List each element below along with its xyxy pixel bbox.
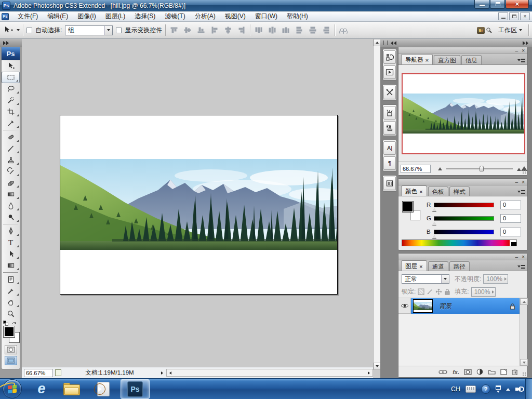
foreground-color-swatch[interactable] <box>4 326 15 337</box>
distribute-hcenter-button[interactable] <box>308 25 318 35</box>
tool-presets-panel-button[interactable] <box>383 86 396 99</box>
distribute-right-button[interactable] <box>321 25 331 35</box>
panel-menu-icon[interactable] <box>517 189 526 195</box>
menu-filter[interactable]: 滤镜(T) <box>160 11 190 22</box>
layer-thumbnail[interactable] <box>413 299 433 313</box>
panel-close-icon[interactable]: × <box>522 180 525 184</box>
actions-panel-button[interactable] <box>383 65 396 79</box>
panel-resize-grip[interactable] <box>522 170 526 174</box>
crop-tool[interactable] <box>2 106 20 117</box>
tab-layers[interactable]: 图层× <box>401 260 427 271</box>
menu-help[interactable]: 帮助(H) <box>282 11 313 22</box>
align-right-button[interactable] <box>236 25 247 35</box>
history-brush-tool[interactable] <box>2 166 20 177</box>
pen-tool[interactable] <box>2 225 20 237</box>
layer-name[interactable]: 背景 <box>439 302 451 311</box>
default-colors-icon[interactable] <box>3 321 8 326</box>
layer-list-scrollbar[interactable] <box>520 298 527 366</box>
rectangular-marquee-tool[interactable] <box>2 72 20 83</box>
lock-transparency-icon[interactable] <box>418 288 424 295</box>
doc-minimize-button[interactable] <box>498 12 508 20</box>
blur-tool[interactable] <box>2 200 20 211</box>
move-tool[interactable] <box>2 60 20 72</box>
opacity-field[interactable]: 100% <box>483 274 508 284</box>
doc-restore-button[interactable] <box>509 12 519 20</box>
align-left-button[interactable] <box>209 25 220 35</box>
blend-mode-dropdown[interactable]: 正常 <box>402 274 449 284</box>
navigator-zoom-field[interactable]: 66.67% <box>401 165 431 173</box>
panel-menu-icon[interactable] <box>517 57 526 63</box>
menu-edit[interactable]: 编辑(E) <box>43 11 73 22</box>
dock-collapse-left-icon[interactable] <box>390 41 396 45</box>
tab-styles[interactable]: 样式 <box>449 187 470 196</box>
panel-minimize-icon[interactable]: – <box>515 255 518 259</box>
layer-comps-panel-button[interactable] <box>383 177 396 190</box>
menu-window[interactable]: 窗口(W) <box>250 11 282 22</box>
distribute-left-button[interactable] <box>294 25 304 35</box>
help-icon[interactable]: ? <box>481 384 490 394</box>
menu-analysis[interactable]: 分析(A) <box>190 11 220 22</box>
tab-navigator[interactable]: 导航器× <box>401 54 433 64</box>
align-hcenter-button[interactable] <box>223 25 233 35</box>
auto-align-button[interactable] <box>338 25 349 35</box>
lock-pixels-icon[interactable] <box>427 288 433 295</box>
screen-mode-button[interactable] <box>5 356 17 365</box>
navigator-proxy-view[interactable] <box>402 73 525 154</box>
fill-field[interactable]: 100% <box>471 287 496 297</box>
type-tool[interactable]: T <box>2 237 20 248</box>
document-canvas[interactable] <box>60 115 338 295</box>
red-value-field[interactable]: 0 <box>500 201 521 209</box>
panel-close-icon[interactable]: × <box>522 48 525 53</box>
menu-view[interactable]: 视图(V) <box>220 11 250 22</box>
eyedropper-tool[interactable] <box>2 285 20 297</box>
taskbar-ie[interactable]: e <box>31 380 52 398</box>
restore-button[interactable] <box>490 0 505 9</box>
scroll-down-arrow[interactable] <box>374 363 381 370</box>
status-menu-arrow[interactable] <box>161 371 163 375</box>
menu-layer[interactable]: 图层(L) <box>101 11 130 22</box>
tab-histogram[interactable]: 直方图 <box>434 55 460 64</box>
healing-brush-tool[interactable] <box>2 131 20 143</box>
panel-close-icon[interactable]: × <box>522 255 525 259</box>
hand-tool[interactable] <box>2 297 20 308</box>
tab-paths[interactable]: 路径 <box>449 261 470 271</box>
layer-scroll-down[interactable] <box>520 359 528 366</box>
eraser-tool[interactable] <box>2 177 20 189</box>
paragraph-panel-button[interactable]: ¶ <box>383 156 396 170</box>
tab-swatches[interactable]: 色板 <box>428 187 448 196</box>
shape-tool[interactable] <box>2 260 20 271</box>
navigator-zoom-slider[interactable] <box>446 168 513 169</box>
new-layer-icon[interactable] <box>500 369 507 375</box>
tools-collapse-bar[interactable] <box>0 39 22 47</box>
adjustment-layer-icon[interactable] <box>476 368 483 375</box>
auto-select-dropdown[interactable]: 组 <box>65 25 113 35</box>
volume-icon[interactable] <box>515 385 524 393</box>
align-bottom-button[interactable] <box>196 25 206 35</box>
layer-scroll-up[interactable] <box>520 298 528 305</box>
zoom-tool[interactable] <box>2 308 20 320</box>
slice-tool[interactable] <box>2 117 20 129</box>
blue-slider[interactable] <box>434 230 494 234</box>
panel-minimize-icon[interactable]: – <box>515 48 518 53</box>
close-button[interactable]: × <box>506 0 529 9</box>
tab-channels[interactable]: 通道 <box>428 261 448 271</box>
ps-logo[interactable]: Ps <box>2 47 20 60</box>
auto-select-checkbox[interactable] <box>26 28 32 33</box>
blue-value-field[interactable]: 0 <box>500 228 521 236</box>
input-language-indicator[interactable]: CH <box>451 385 460 393</box>
quick-selection-tool[interactable] <box>2 95 20 106</box>
distribute-bottom-button[interactable] <box>281 25 291 35</box>
notes-tool[interactable] <box>2 274 20 285</box>
panel-minimize-icon[interactable]: – <box>515 180 518 184</box>
lasso-tool[interactable] <box>2 83 20 95</box>
panel-resize-grip[interactable] <box>522 372 526 376</box>
tool-preset-arrow[interactable] <box>17 29 20 31</box>
menu-file[interactable]: 文件(F) <box>13 11 43 22</box>
minimize-button[interactable] <box>474 0 489 9</box>
layer-style-icon[interactable]: fx. <box>453 369 459 375</box>
show-hidden-icons[interactable] <box>506 388 510 391</box>
align-top-button[interactable] <box>169 25 179 35</box>
scroll-up-arrow[interactable] <box>374 39 381 46</box>
lock-position-icon[interactable] <box>435 288 442 295</box>
delete-layer-icon[interactable] <box>512 368 518 375</box>
